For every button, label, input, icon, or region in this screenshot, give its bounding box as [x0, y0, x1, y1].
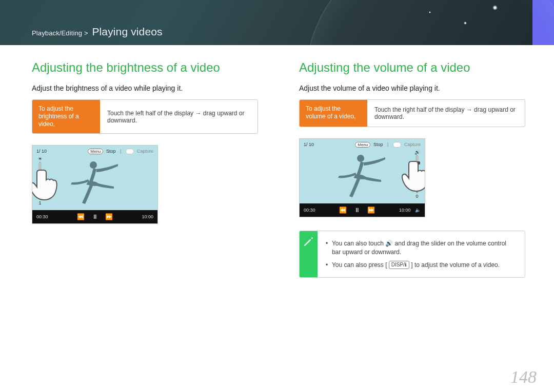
forward-button[interactable]: ⏩ — [367, 207, 375, 214]
tip-item: You can also press [ DISP/ℹ ] to adjust … — [326, 259, 517, 272]
instruction-label: To adjust the brightness of a video, — [32, 100, 100, 133]
counter-label: 1/ 10 — [304, 142, 314, 147]
tip-item: You can also touch 🔊 and drag the slider… — [326, 237, 517, 259]
dancer-illustration — [67, 159, 123, 207]
section-lede: Adjust the brightness of a video while p… — [32, 84, 258, 92]
breadcrumb-prefix: Playback/Editing > — [32, 29, 88, 37]
instruction-value: Touch the left half of the display → dra… — [100, 100, 258, 133]
player-control-bar: 00:30 ⏪ ⏸ ⏩ 10:00 🔈 — [300, 203, 425, 217]
counter-label: 1/ 10 — [36, 149, 47, 154]
tip-text: You can also press [ — [332, 261, 387, 269]
brightness-icon: ☀ — [38, 156, 42, 161]
svg-point-1 — [357, 155, 364, 162]
video-area[interactable]: 1/ 10 Menu Stop | Capture 🔊 — [300, 139, 425, 203]
tip-badge — [300, 231, 318, 277]
page-root: Playback/Editing > Playing videos Adjust… — [0, 0, 554, 392]
info-icon: ℹ — [405, 262, 407, 267]
rewind-button[interactable]: ⏪ — [77, 213, 85, 220]
video-player-brightness: 1/ 10 Menu Stop | Capture ☀ — [32, 145, 158, 224]
capture-pill[interactable] — [393, 142, 402, 148]
touch-hand-icon — [32, 168, 59, 202]
divider: | — [387, 142, 388, 147]
section-brightness: Adjusting the brightness of a video Adju… — [32, 60, 258, 278]
pen-icon — [303, 236, 314, 247]
time-total: 10:00 — [142, 214, 153, 219]
rewind-button[interactable]: ⏪ — [339, 207, 347, 214]
section-lede: Adjust the volume of a video while playi… — [299, 84, 525, 92]
stop-label: Stop — [373, 142, 383, 147]
decor-star — [429, 11, 431, 13]
breadcrumb-title: Playing videos — [92, 26, 162, 37]
page-number: 148 — [510, 367, 537, 387]
tip-box: You can also touch 🔊 and drag the slider… — [299, 231, 525, 278]
content-area: Adjusting the brightness of a video Adju… — [0, 45, 554, 278]
tip-text: ] to adjust the volume of a video. — [411, 261, 500, 269]
breadcrumb: Playback/Editing > Playing videos — [32, 26, 163, 38]
capture-pill[interactable] — [126, 149, 134, 154]
capture-label: Capture — [137, 149, 153, 154]
menu-pill[interactable]: Menu — [88, 149, 103, 154]
instruction-row: To adjust the brightness of a video, Tou… — [32, 99, 258, 134]
tip-text: You can also touch — [332, 240, 385, 247]
divider: | — [120, 149, 121, 154]
video-area[interactable]: 1/ 10 Menu Stop | Capture ☀ — [32, 146, 157, 210]
stop-label: Stop — [106, 149, 116, 154]
slider-min-label: 0 — [416, 194, 418, 199]
instruction-label: To adjust the volume of a video, — [300, 100, 367, 127]
top-center: Menu Stop | Capture — [355, 142, 421, 147]
time-total: 10:00 🔈 — [399, 208, 421, 213]
chapter-tab — [532, 0, 554, 45]
time-current: 00:30 — [36, 214, 48, 219]
svg-point-0 — [90, 161, 97, 169]
section-heading: Adjusting the volume of a video — [299, 60, 525, 75]
decor-star — [492, 5, 498, 10]
volume-icon[interactable]: 🔈 — [415, 208, 421, 213]
menu-pill[interactable]: Menu — [355, 142, 370, 148]
pause-button[interactable]: ⏸ — [92, 213, 98, 220]
capture-label: Capture — [404, 142, 421, 147]
player-topbar: 1/ 10 Menu Stop | Capture — [304, 142, 421, 147]
page-header: Playback/Editing > Playing videos — [0, 0, 554, 45]
section-volume: Adjusting the volume of a video Adjust t… — [299, 60, 525, 278]
top-center: Menu Stop | Capture — [88, 149, 153, 154]
disp-button-chip: DISP/ℹ — [389, 261, 409, 269]
touch-hand-icon — [401, 159, 425, 193]
video-player-volume: 1/ 10 Menu Stop | Capture 🔊 — [299, 138, 425, 217]
dancer-illustration — [334, 152, 390, 200]
tip-list: You can also touch 🔊 and drag the slider… — [318, 231, 525, 277]
time-current: 00:30 — [304, 208, 315, 213]
decor-star — [464, 22, 467, 25]
instruction-value: Touch the right half of the display → dr… — [367, 100, 525, 127]
instruction-row: To adjust the volume of a video, Touch t… — [299, 99, 525, 127]
player-control-bar: 00:30 ⏪ ⏸ ⏩ 10:00 — [32, 210, 157, 223]
forward-button[interactable]: ⏩ — [105, 213, 113, 220]
section-heading: Adjusting the brightness of a video — [32, 60, 258, 75]
volume-max-icon: 🔊 — [414, 150, 420, 155]
speaker-icon: 🔊 — [385, 240, 393, 247]
time-total-text: 10:00 — [399, 208, 411, 213]
player-topbar: 1/ 10 Menu Stop | Capture — [36, 149, 153, 154]
pause-button[interactable]: ⏸ — [354, 207, 360, 214]
